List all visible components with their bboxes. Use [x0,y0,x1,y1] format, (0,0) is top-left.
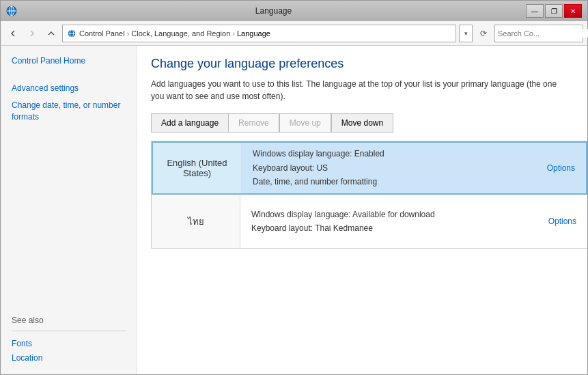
address-path: Control Panel › Clock, Language, and Reg… [62,25,456,42]
refresh-button[interactable]: ⟳ [475,25,492,42]
move-down-button[interactable]: Move down [331,113,393,133]
lang-line1-english: Windows display language: Enabled [253,147,536,161]
lang-line1-thai: Windows display language: Available for … [251,208,537,221]
window: Language — ❐ ✕ Control Panel › Clock, La… [0,0,588,375]
control-panel-home-link[interactable]: Control Panel Home [12,54,126,69]
up-button[interactable] [43,25,59,42]
page-title: Change your language preferences [151,57,574,71]
add-language-button[interactable]: Add a language [151,113,228,133]
location-link[interactable]: Location [12,353,42,363]
see-also-label: See also [12,316,126,325]
language-toolbar: Add a language Remove Move up Move down [151,113,574,133]
date-time-link[interactable]: Change date, time, or number formats [12,100,126,123]
lang-line3-english: Date, time, and number formatting [253,175,536,189]
sidebar-divider [12,331,126,331]
language-list: English (United States) Windows display … [151,141,587,249]
window-controls: — ❐ ✕ [526,4,582,18]
back-button[interactable] [5,25,21,42]
forward-button[interactable] [24,25,40,42]
breadcrumb-sep2: › [232,29,235,38]
close-button[interactable]: ✕ [564,4,582,18]
see-also-section: See also Fonts Location [12,316,126,366]
language-flag-thai: ไทย [152,195,240,248]
breadcrumb-part1: Control Panel [79,29,125,38]
language-item-english[interactable]: English (United States) Windows display … [152,141,587,195]
lang-line2-thai: Keyboard layout: Thai Kedmanee [251,221,537,235]
breadcrumb-sep1: › [127,29,130,38]
language-flag-english: English (United States) [153,143,242,193]
move-up-button[interactable]: Move up [279,113,331,133]
search-box: 🔍 [494,25,583,42]
address-dropdown[interactable]: ▾ [459,25,473,42]
restore-button[interactable]: ❐ [545,4,563,18]
breadcrumb-part2: Clock, Language, and Region [131,29,230,38]
description: Add languages you want to use to this li… [151,78,561,102]
lang-line2-english: Keyboard layout: US [253,161,536,175]
window-title: Language [21,6,526,16]
sidebar: Control Panel Home Advanced settings Cha… [1,46,137,374]
thai-options-link[interactable]: Options [548,217,587,226]
remove-button[interactable]: Remove [228,113,279,133]
fonts-link[interactable]: Fonts [12,339,32,348]
minimize-button[interactable]: — [526,4,544,18]
address-bar: Control Panel › Clock, Language, and Reg… [1,21,587,46]
search-input[interactable] [498,29,588,38]
language-details-english: Windows display language: Enabled Keyboa… [242,139,547,197]
english-options-link[interactable]: Options [547,163,586,173]
breadcrumb-current: Language [237,29,270,38]
title-bar: Language — ❐ ✕ [1,1,587,21]
language-item-thai[interactable]: ไทย Windows display language: Available … [152,195,587,248]
content-area: Change your language preferences Add lan… [137,46,587,374]
main-content: Control Panel Home Advanced settings Cha… [1,46,587,374]
advanced-settings-link[interactable]: Advanced settings [12,81,126,96]
window-icon [6,5,17,16]
language-details-thai: Windows display language: Available for … [240,199,548,244]
